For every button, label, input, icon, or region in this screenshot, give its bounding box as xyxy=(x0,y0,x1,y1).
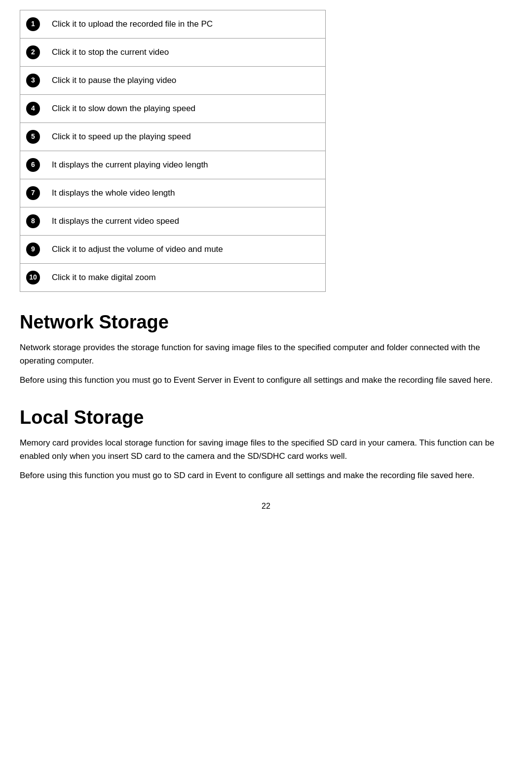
row-number: 8 xyxy=(20,207,46,236)
local-storage-heading: Local Storage xyxy=(20,407,512,428)
row-number: 9 xyxy=(20,236,46,264)
row-number: 3 xyxy=(20,67,46,95)
number-badge: 10 xyxy=(26,271,40,284)
local-storage-section: Local Storage Memory card provides local… xyxy=(20,407,512,483)
network-storage-para2: Before using this function you must go t… xyxy=(20,373,512,387)
table-row: 8It displays the current video speed xyxy=(20,207,326,236)
number-badge: 4 xyxy=(26,102,40,116)
row-number: 4 xyxy=(20,95,46,123)
row-number: 7 xyxy=(20,179,46,207)
table-row: 6It displays the current playing video l… xyxy=(20,151,326,179)
table-row: 10Click it to make digital zoom xyxy=(20,264,326,292)
number-badge: 9 xyxy=(26,243,40,256)
number-badge: 5 xyxy=(26,130,40,144)
network-storage-heading: Network Storage xyxy=(20,312,512,333)
number-badge: 7 xyxy=(26,186,40,200)
table-row: 4Click it to slow down the playing speed xyxy=(20,95,326,123)
row-number: 2 xyxy=(20,39,46,67)
number-badge: 1 xyxy=(26,17,40,31)
table-row: 9Click it to adjust the volume of video … xyxy=(20,236,326,264)
table-row: 2Click it to stop the current video xyxy=(20,39,326,67)
row-description: It displays the whole video length xyxy=(46,179,326,207)
row-description: Click it to upload the recorded file in … xyxy=(46,10,326,39)
row-description: It displays the current video speed xyxy=(46,207,326,236)
feature-table: 1Click it to upload the recorded file in… xyxy=(20,10,326,292)
network-storage-para1: Network storage provides the storage fun… xyxy=(20,341,512,367)
number-badge: 2 xyxy=(26,45,40,59)
row-number: 6 xyxy=(20,151,46,179)
row-number: 1 xyxy=(20,10,46,39)
table-row: 7It displays the whole video length xyxy=(20,179,326,207)
number-badge: 3 xyxy=(26,74,40,87)
number-badge: 8 xyxy=(26,214,40,228)
table-row: 3Click it to pause the playing video xyxy=(20,67,326,95)
row-description: Click it to make digital zoom xyxy=(46,264,326,292)
row-description: Click it to stop the current video xyxy=(46,39,326,67)
row-description: Click it to pause the playing video xyxy=(46,67,326,95)
page-number: 22 xyxy=(20,502,512,511)
row-description: Click it to speed up the playing speed xyxy=(46,123,326,151)
table-row: 1Click it to upload the recorded file in… xyxy=(20,10,326,39)
row-description: It displays the current playing video le… xyxy=(46,151,326,179)
row-description: Click it to slow down the playing speed xyxy=(46,95,326,123)
network-storage-section: Network Storage Network storage provides… xyxy=(20,312,512,387)
row-number: 10 xyxy=(20,264,46,292)
local-storage-para2: Before using this function you must go t… xyxy=(20,469,512,482)
row-number: 5 xyxy=(20,123,46,151)
table-row: 5Click it to speed up the playing speed xyxy=(20,123,326,151)
local-storage-para1: Memory card provides local storage funct… xyxy=(20,436,512,463)
row-description: Click it to adjust the volume of video a… xyxy=(46,236,326,264)
number-badge: 6 xyxy=(26,158,40,172)
